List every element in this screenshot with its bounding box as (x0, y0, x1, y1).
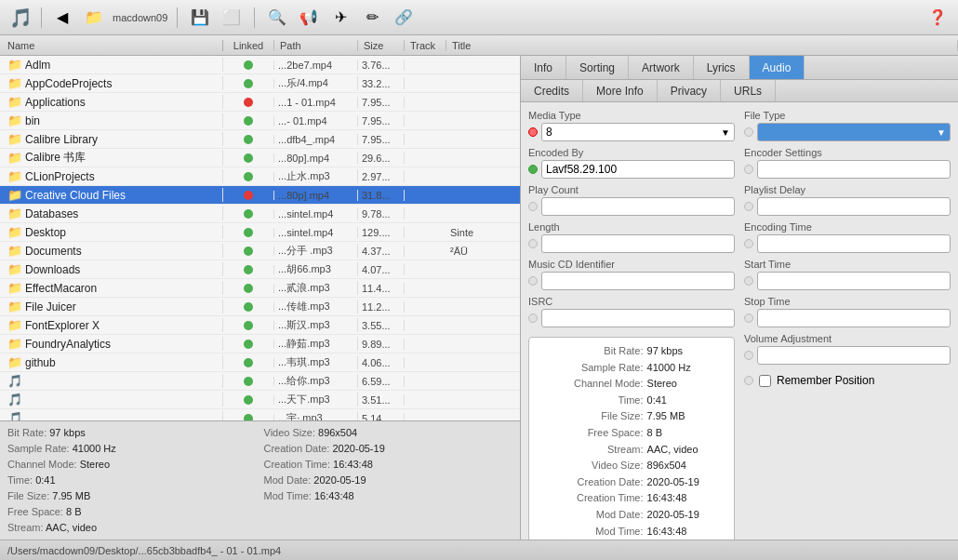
length-input[interactable] (541, 234, 735, 253)
list-item[interactable]: 🎵...给你.mp36.59... (0, 372, 520, 391)
mi-file-size-value: 7.95 MB (647, 408, 725, 425)
tab-more-info[interactable]: More Info (583, 80, 658, 101)
save-button[interactable]: 💾 (187, 5, 213, 31)
linked-cell (223, 79, 274, 88)
separator3 (254, 7, 255, 28)
encoder-settings-input[interactable] (757, 160, 951, 179)
zoom-icon[interactable]: 🔍 (264, 5, 290, 31)
file-path-cell: ...传雄.mp3 (274, 300, 358, 313)
list-item[interactable]: 📁bin...- 01.mp47.95... (0, 112, 520, 130)
playlist-delay-row (744, 197, 951, 216)
file-path-cell: ...止水.mp3 (274, 169, 358, 183)
mod-date-label2: Mod Date: (264, 474, 312, 486)
tab-info[interactable]: Info (521, 56, 566, 79)
playlist-delay-group: Playlist Delay (744, 184, 951, 216)
linked-cell (223, 302, 274, 312)
folder-icon: 📁 (7, 169, 22, 183)
play-count-input[interactable] (541, 197, 735, 216)
col-path-header: Path (274, 40, 358, 51)
linked-cell (223, 414, 274, 420)
send-icon[interactable]: ✈ (327, 5, 353, 31)
file-name-label: AppCodeProjects (25, 77, 112, 90)
file-size-cell: 11.4... (358, 283, 405, 294)
tab-lyrics[interactable]: Lyrics (694, 56, 750, 79)
edit-icon[interactable]: ✏ (359, 5, 385, 31)
file-icon-name-cell: 📁Documents (0, 244, 223, 258)
list-item[interactable]: 📁Calibre 书库...80p].mp429.6... (0, 149, 520, 167)
list-item[interactable]: 📁AppCodeProjects...乐/4.mp433.2... (0, 74, 520, 93)
playlist-delay-dot (744, 202, 753, 211)
help-icon[interactable]: ❓ (925, 5, 951, 31)
tab-artwork[interactable]: Artwork (629, 56, 694, 79)
file-title-cell: ²ÄÜ (446, 246, 520, 257)
file-icon-name-cell: 📁Desktop (0, 225, 223, 239)
list-item[interactable]: 📁Desktop...sintel.mp4129....Sinte (0, 223, 520, 242)
tab-audio[interactable]: Audio (750, 56, 805, 79)
list-item[interactable]: 📁Creative Cloud Files...80p].mp431.8... (0, 186, 520, 205)
nav-folder[interactable]: 📁 (81, 5, 107, 31)
file-path-cell: ...80p].mp4 (274, 190, 358, 201)
start-time-input[interactable] (757, 272, 951, 290)
stop-time-input[interactable] (757, 309, 951, 327)
file-icon-name-cell: 📁bin (0, 113, 223, 127)
file-name-label: bin (25, 114, 40, 127)
list-item[interactable]: 📁Databases...sintel.mp49.78... (0, 205, 520, 223)
list-item[interactable]: 🎵...天下.mp33.51... (0, 391, 520, 409)
square-button[interactable]: ⬜ (219, 5, 245, 31)
back-button[interactable]: ◀ (49, 5, 75, 31)
file-name-label: FoundryAnalytics (25, 338, 111, 351)
green-dot-icon (244, 395, 253, 405)
tab-sorting[interactable]: Sorting (566, 56, 629, 79)
tab-privacy[interactable]: Privacy (658, 80, 721, 101)
folder-icon: 📁 (7, 355, 22, 369)
isrc-input[interactable] (541, 309, 735, 327)
list-item[interactable]: 🎵...宇·.mp35.14... (0, 409, 520, 420)
file-path-cell: ...分手 .mp3 (274, 244, 358, 258)
list-item[interactable]: 📁FontExplorer X...斯汉.mp33.55... (0, 316, 520, 335)
file-path-cell: ...贰浪.mp3 (274, 281, 358, 295)
encoding-time-label: Encoding Time (744, 221, 951, 233)
creation-date-value2: 2020-05-19 (333, 443, 385, 454)
music-cd-input[interactable] (541, 272, 735, 290)
file-path-cell: ...胡66.mp3 (274, 262, 358, 276)
volume-adj-group: Volume Adjustment (744, 333, 951, 365)
length-dot (528, 239, 538, 248)
playlist-delay-input[interactable] (757, 197, 951, 216)
linked-cell (223, 321, 274, 330)
list-item[interactable]: 📁github...韦琪.mp34.06... (0, 353, 520, 372)
folder-icon: 📁 (7, 188, 22, 202)
list-item[interactable]: 📁Adlm...2be7.mp43.76... (0, 56, 520, 74)
encoded-by-input[interactable] (541, 160, 735, 179)
list-item[interactable]: 📁FoundryAnalytics...静茹.mp39.89... (0, 335, 520, 353)
green-dot-icon (244, 340, 253, 349)
tab-urls[interactable]: URLs (721, 80, 776, 101)
link-icon[interactable]: 🔗 (391, 5, 417, 31)
col-title-header: Title (446, 40, 958, 51)
speaker-icon[interactable]: 📢 (296, 5, 322, 31)
green-dot-icon (244, 153, 253, 163)
list-item[interactable]: 📁CLionProjects...止水.mp32.97... (0, 167, 520, 186)
list-item[interactable]: 📁File Juicer...传雄.mp311.2... (0, 298, 520, 316)
file-size-cell: 3.76... (358, 60, 405, 71)
stop-time-dot (744, 313, 753, 323)
list-item[interactable]: 📁Documents...分手 .mp34.37...²ÄÜ (0, 242, 520, 260)
file-type-dropdown[interactable]: ▼ (757, 123, 951, 141)
file-path-cell: ...韦琪.mp3 (274, 355, 358, 369)
list-item[interactable]: 📁Calibre Library...dfb4_.mp47.95... (0, 130, 520, 149)
green-dot-icon (244, 284, 253, 293)
col-size-header: Size (358, 40, 405, 51)
remember-position-checkbox[interactable] (759, 375, 771, 387)
tab-credits[interactable]: Credits (521, 80, 583, 101)
list-item[interactable]: 📁Downloads...胡66.mp34.07... (0, 260, 520, 279)
remember-pos-dot (744, 376, 753, 385)
list-item[interactable]: 📁EffectMacaron...贰浪.mp311.4... (0, 279, 520, 298)
list-item[interactable]: 📁Applications...1 - 01.mp47.95... (0, 93, 520, 112)
remember-position-row: Remember Position (744, 374, 951, 387)
encoding-time-input[interactable] (757, 234, 951, 253)
linked-cell (223, 395, 274, 405)
col-headers-right: Linked Path Size Track Title (223, 40, 958, 51)
volume-adj-input[interactable] (757, 346, 951, 365)
linked-cell (223, 358, 274, 367)
panel-content: Media Type 8 ▼ Encoded By (521, 102, 958, 540)
media-type-dropdown[interactable]: 8 ▼ (541, 123, 735, 141)
